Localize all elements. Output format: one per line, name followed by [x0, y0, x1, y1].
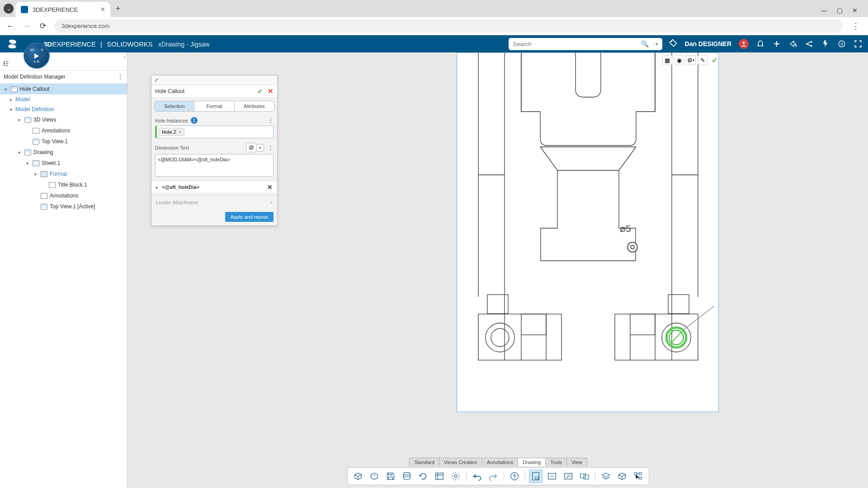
forward-icon[interactable]: →	[22, 22, 32, 31]
tree-annotations-2[interactable]: Annotations	[0, 190, 127, 201]
tb-open-icon[interactable]	[368, 469, 381, 483]
tree-drawing[interactable]: ▾ Drawing	[0, 147, 127, 158]
tb-cube-icon[interactable]	[615, 469, 629, 483]
tb-settings-icon[interactable]	[449, 469, 462, 483]
tree-annotations-1[interactable]: Annotations	[0, 125, 127, 136]
flash-icon[interactable]	[821, 39, 830, 48]
browser-menu-icon[interactable]: ⋮	[849, 21, 863, 31]
section-menu-icon[interactable]: ⋮	[268, 117, 274, 124]
tb-window-2-icon[interactable]: +	[561, 469, 575, 483]
fullscreen-icon[interactable]	[854, 39, 863, 48]
tab-format[interactable]: Format	[194, 101, 234, 111]
chip-remove-icon[interactable]: ×	[179, 129, 181, 135]
diameter-symbol-button[interactable]: Ø	[246, 143, 257, 152]
close-window-icon[interactable]: ✕	[851, 6, 859, 14]
tb-properties-icon[interactable]	[433, 469, 446, 483]
share-icon[interactable]	[788, 39, 797, 48]
tree-format[interactable]: ▾ Format	[0, 169, 127, 179]
chevron-right-icon[interactable]: ›	[271, 199, 273, 206]
tab-selection[interactable]: Selection	[155, 101, 194, 111]
tab-drawing[interactable]: Drawing	[518, 458, 546, 466]
tb-sheet-format-icon[interactable]	[529, 469, 542, 483]
tab-view[interactable]: View	[567, 458, 587, 466]
tb-help-icon[interactable]: ?	[508, 469, 521, 483]
sheet-tool-4-icon[interactable]: ✎	[698, 55, 708, 65]
tb-new-icon[interactable]	[351, 469, 365, 483]
reload-icon[interactable]: ⟳	[38, 21, 48, 31]
tree-title-block[interactable]: Title Block.1	[0, 179, 127, 190]
leader-attachment-row[interactable]: Leader Attachment ›	[151, 195, 277, 209]
search-icon[interactable]: 🔍	[638, 40, 651, 47]
search-input[interactable]	[513, 41, 638, 47]
maximize-icon[interactable]: ▢	[835, 6, 844, 14]
search-box[interactable]: 🔍 ▾	[509, 38, 662, 50]
tree-model[interactable]: ▸ Model	[0, 94, 127, 104]
tb-database-icon[interactable]	[400, 469, 414, 483]
chevron-down-icon[interactable]: ▾	[3, 87, 8, 92]
tab-annotations[interactable]: Annotations	[482, 458, 518, 466]
chevron-down-icon[interactable]: ▾	[16, 117, 22, 122]
notification-icon[interactable]	[756, 39, 765, 48]
compass-widget[interactable]: 3D V V.R	[24, 42, 50, 69]
sheet-tool-2-icon[interactable]: ◉	[674, 55, 684, 65]
ok-icon[interactable]: ✓	[257, 87, 263, 95]
search-dropdown-icon[interactable]: ▾	[653, 42, 660, 47]
back-icon[interactable]: ←	[5, 22, 15, 31]
tb-window-1-icon[interactable]	[545, 469, 559, 483]
chevron-down-icon[interactable]: ▾	[8, 107, 14, 112]
ds-logo-icon[interactable]	[5, 36, 21, 52]
leader-endpoint-icon[interactable]	[627, 242, 638, 253]
dim-menu-icon[interactable]: ⋮	[268, 144, 274, 151]
network-icon[interactable]	[805, 39, 814, 48]
chevron-right-icon[interactable]: ▸	[156, 185, 158, 190]
tb-layers-icon[interactable]	[599, 469, 613, 483]
minimize-icon[interactable]: —	[820, 6, 828, 14]
tab-tools[interactable]: Tools	[546, 458, 567, 466]
new-tab-button[interactable]: +	[112, 3, 124, 14]
tree-top-view-1[interactable]: Top View.1	[0, 136, 127, 147]
url-input[interactable]: 3dexperience.com	[54, 19, 843, 33]
tabs-dropdown-icon[interactable]: ⌄	[4, 4, 14, 14]
sheet-tool-3-icon[interactable]: ⚙▾	[686, 55, 696, 65]
tb-save-icon[interactable]	[384, 469, 397, 483]
tb-redo-icon[interactable]	[486, 469, 500, 483]
chevron-down-icon[interactable]: ▾	[24, 161, 30, 166]
dimension-text-input[interactable]	[155, 154, 274, 177]
panel-pin-icon[interactable]: ⤢	[154, 77, 159, 83]
tree-model-definition[interactable]: ▾ Model Definition	[0, 104, 127, 114]
tree-sheet-1[interactable]: ▾ Sheet.1	[0, 158, 127, 169]
tree-3d-views[interactable]: ▾ 3D Views	[0, 114, 127, 125]
cancel-icon[interactable]: ✕	[268, 87, 274, 95]
close-icon[interactable]: ×	[101, 5, 105, 14]
tb-tree-icon[interactable]	[632, 469, 645, 483]
collapse-panel-icon[interactable]: ‹	[124, 54, 126, 60]
tree-mode-icon[interactable]	[3, 61, 9, 68]
help-icon[interactable]: ?	[837, 39, 846, 48]
tab-standard[interactable]: Standard	[409, 458, 439, 466]
add-icon[interactable]	[772, 39, 781, 48]
avatar[interactable]	[739, 39, 749, 49]
apply-and-repeat-button[interactable]: Apply and repeat	[225, 212, 274, 222]
remove-variable-icon[interactable]: ✕	[267, 183, 273, 191]
panel-menu-icon[interactable]: ⋮	[117, 73, 123, 80]
variable-row[interactable]: ▸ <@sft_holeDia> ✕	[151, 181, 277, 193]
tb-window-3-icon[interactable]	[578, 469, 591, 483]
tab-attributes[interactable]: Attributes	[234, 101, 274, 111]
drawing-sheet[interactable]: ▦ ◉ ⚙▾ ✎ ✓	[457, 52, 719, 412]
tree-hole-callout[interactable]: ▾ Hole Callout	[0, 84, 127, 94]
symbol-dropdown-icon[interactable]: ▾	[257, 144, 264, 151]
tag-icon[interactable]	[669, 38, 678, 50]
tab-views-creation[interactable]: Views Creation	[439, 458, 482, 466]
sheet-tool-1-icon[interactable]: ▦	[662, 55, 672, 65]
chevron-down-icon[interactable]: ▾	[16, 150, 22, 155]
tb-undo-icon[interactable]	[470, 469, 484, 483]
chevron-down-icon[interactable]: ▾	[33, 172, 38, 177]
tree-top-view-active[interactable]: Top View.1 [Active]	[0, 201, 127, 212]
chevron-right-icon[interactable]: ▸	[8, 97, 14, 102]
confirm-icon[interactable]: ✓	[709, 55, 719, 65]
prop-titlebar[interactable]: ⤢	[151, 75, 277, 85]
hole-selection-box[interactable]: Hole.2 ×	[155, 126, 274, 138]
hole-chip[interactable]: Hole.2 ×	[159, 128, 184, 136]
browser-tab[interactable]: 3DEXPERIENCE ×	[15, 2, 110, 17]
tb-refresh-icon[interactable]	[416, 469, 430, 483]
